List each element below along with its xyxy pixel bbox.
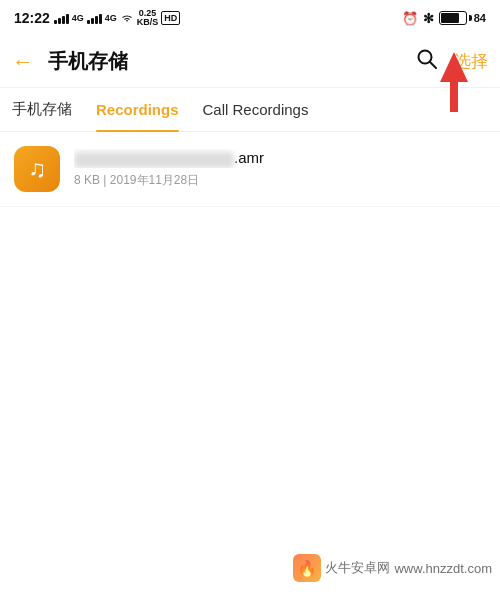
signal-label-1: 4G — [72, 13, 84, 23]
select-button[interactable]: 选择 — [454, 50, 488, 73]
watermark-url: www.hnzzdt.com — [394, 561, 492, 576]
status-time: 12:22 — [14, 10, 50, 26]
file-list: ♫ .amr 8 KB | 2019年11月28日 — [0, 132, 500, 207]
svg-line-1 — [430, 62, 436, 68]
file-date: 2019年11月28日 — [110, 173, 199, 187]
music-icon: ♫ — [28, 155, 46, 183]
battery-tip — [469, 15, 472, 21]
nav-bar: ← 手机存储 选择 — [0, 36, 500, 88]
watermark: 🔥 火牛安卓网 www.hnzzdt.com — [293, 554, 492, 582]
file-meta: 8 KB | 2019年11月28日 — [74, 172, 486, 189]
file-name: .amr — [74, 149, 354, 167]
tab-recordings[interactable]: Recordings — [84, 88, 191, 132]
file-name-blurred — [74, 152, 234, 168]
back-button[interactable]: ← — [12, 49, 34, 75]
status-bar: 12:22 4G 4G 0.25 KB — [0, 0, 500, 36]
signal-icons: 4G 4G 0.25 KB/S HD — [54, 9, 181, 27]
status-right: ⏰ ✻ 84 — [402, 11, 486, 26]
alarm-icon: ⏰ — [402, 11, 418, 26]
battery-body — [439, 11, 467, 25]
battery-fill — [441, 13, 460, 23]
battery-level: 84 — [474, 12, 486, 24]
tab-phone-storage[interactable]: 手机存储 — [12, 88, 84, 132]
file-icon: ♫ — [14, 146, 60, 192]
bluetooth-icon: ✻ — [423, 11, 434, 26]
page-title: 手机存储 — [48, 48, 416, 75]
search-button[interactable] — [416, 48, 438, 76]
file-info: .amr 8 KB | 2019年11月28日 — [74, 149, 486, 188]
status-left: 12:22 4G 4G 0.25 KB — [14, 9, 180, 27]
file-item[interactable]: ♫ .amr 8 KB | 2019年11月28日 — [0, 132, 500, 207]
tab-call-recordings[interactable]: Call Recordings — [191, 88, 321, 132]
file-size: 8 KB — [74, 173, 100, 187]
watermark-icon: 🔥 — [293, 554, 321, 582]
signal-label-2: 4G — [105, 13, 117, 23]
search-icon — [416, 48, 438, 70]
file-name-ext: .amr — [234, 149, 264, 166]
signal-bar-2 — [87, 12, 102, 24]
watermark-text: 火牛安卓网 — [325, 559, 390, 577]
hd-badge: HD — [161, 11, 180, 25]
data-speed: 0.25 KB/S — [137, 9, 159, 27]
wifi-icon — [120, 12, 134, 24]
tabs-row: 手机存储 Recordings Call Recordings — [0, 88, 500, 132]
battery: 84 — [439, 11, 486, 25]
signal-bar-1 — [54, 12, 69, 24]
